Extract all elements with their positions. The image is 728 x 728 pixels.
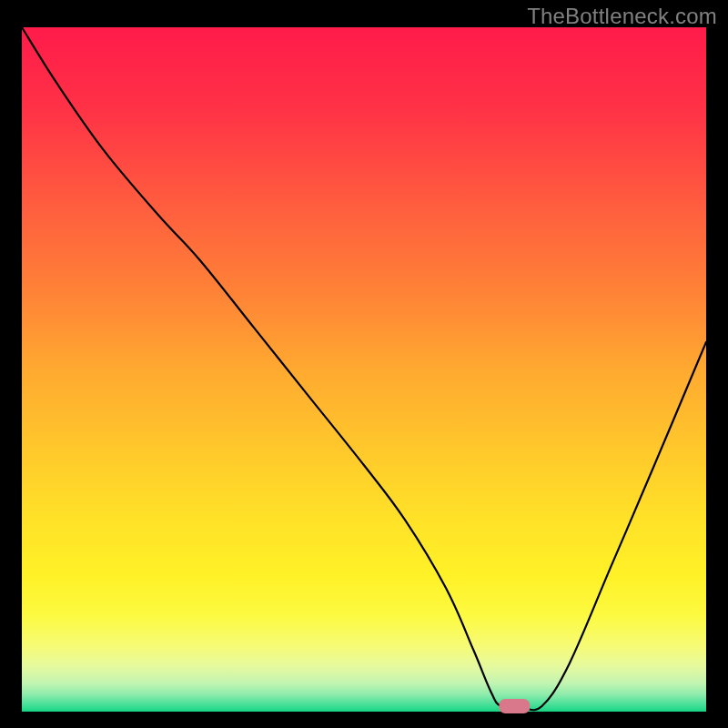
- watermark-text: TheBottleneck.com: [527, 4, 717, 29]
- optimal-point-marker: [499, 699, 530, 713]
- chart-frame: TheBottleneck.com: [0, 0, 728, 728]
- plot-area: [22, 27, 706, 712]
- chart-svg: [22, 27, 706, 712]
- gradient-rect: [22, 27, 706, 712]
